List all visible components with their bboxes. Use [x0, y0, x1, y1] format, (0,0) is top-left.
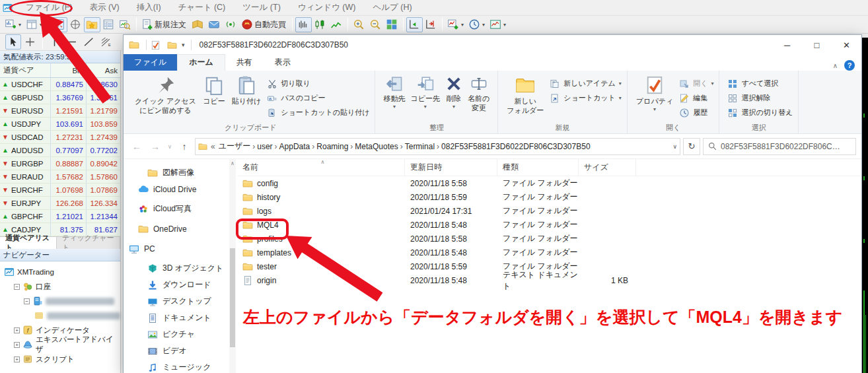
candle-chart-button[interactable]: [312, 17, 328, 32]
dropdown-chevron-icon[interactable]: ▾: [424, 104, 427, 110]
sidebar-item-ダウンロード[interactable]: ダウンロード: [124, 277, 229, 293]
trendline-tool-button[interactable]: [81, 34, 97, 50]
profiles-button[interactable]: ▾: [24, 17, 45, 32]
sidebar-item-図解画像[interactable]: 図解画像: [124, 164, 229, 181]
ribbon-tab-0[interactable]: ファイル: [124, 54, 177, 71]
search-input[interactable]: 082F53F5881F3D6022DF806C…: [703, 138, 856, 155]
dropdown-chevron-icon[interactable]: ▾: [452, 104, 455, 110]
collapse-expander-icon[interactable]: −: [14, 284, 20, 290]
dropdown-chevron-icon[interactable]: ▾: [482, 22, 486, 28]
new-folder-button[interactable]: 新しいフォルダー: [503, 73, 547, 116]
chart-new-button[interactable]: ▾: [3, 17, 24, 32]
help-icon[interactable]: ?: [844, 60, 855, 71]
properties-button[interactable]: プロパティ▾: [633, 73, 676, 114]
move-to-button[interactable]: 移動先▾: [380, 73, 408, 111]
hline-tool-button[interactable]: [64, 34, 80, 50]
market-watch-row-AUDUSD[interactable]: ▲AUDUSD0.770970.77202: [0, 144, 120, 157]
paste-button[interactable]: 貼り付け: [229, 73, 265, 107]
breadcrumb-separator-icon[interactable]: ›: [250, 142, 257, 151]
rename-button[interactable]: 名前の変更: [465, 73, 492, 114]
select-all-button[interactable]: すべて選択: [727, 77, 793, 90]
copy-button[interactable]: コピー: [199, 73, 229, 107]
copy-to-button[interactable]: コピー先▾: [408, 73, 443, 111]
zoom-in-button[interactable]: [351, 17, 367, 32]
file-row-origin[interactable]: origin2020/11/18 5:48テキスト ドキュメント1 KB: [237, 273, 861, 287]
menu-item-3[interactable]: チャート (C): [170, 0, 235, 16]
dropdown-chevron-icon[interactable]: ▾: [653, 106, 656, 113]
auto-scroll-button[interactable]: [406, 17, 423, 32]
breadcrumb-separator-icon[interactable]: ›: [348, 142, 355, 151]
file-row-templates[interactable]: templates2020/11/18 5:48ファイル フォルダー: [237, 246, 861, 259]
breadcrumb-separator-icon[interactable]: ›: [398, 142, 405, 151]
back-button[interactable]: ←: [129, 139, 145, 154]
market-watch-row-GBPCHF[interactable]: ▲GBPCHF1.210211.21344: [0, 210, 120, 223]
maximize-button[interactable]: □: [802, 35, 832, 55]
expand-expander-icon[interactable]: +: [14, 356, 20, 362]
templates-button[interactable]: ▾: [488, 17, 509, 32]
line-chart-button[interactable]: [328, 17, 345, 32]
breadcrumb-separator-icon[interactable]: ›: [435, 142, 441, 151]
navigator-item-hidden-3[interactable]: [0, 308, 120, 323]
autotrading-button[interactable]: 自動売買: [239, 17, 289, 32]
dropdown-chevron-icon[interactable]: ▾: [503, 22, 507, 28]
navigator-item-XMTrading[interactable]: XMTrading: [0, 265, 120, 279]
market-watch-col-2[interactable]: Ask: [86, 63, 120, 77]
sidebar-item-ビデオ[interactable]: ビデオ: [124, 343, 229, 359]
navigator-item-hidden-2[interactable]: −: [0, 294, 120, 308]
data-window-button[interactable]: [100, 17, 117, 32]
market-watch-tab-1[interactable]: ティックチャート: [57, 237, 120, 249]
minimize-button[interactable]: ─: [772, 35, 802, 55]
menu-item-6[interactable]: ヘルプ (H): [364, 0, 420, 16]
breadcrumb-segment-1[interactable]: user: [257, 142, 272, 151]
sidebar-item-ピクチャ[interactable]: ピクチャ: [124, 326, 229, 343]
market-watch-row-EURJPY[interactable]: ▼EURJPY126.268126.334: [0, 197, 120, 210]
refresh-button[interactable]: ↻: [683, 138, 700, 155]
new-shortcut-button[interactable]: ショートカット▾: [550, 92, 622, 104]
file-row-logs[interactable]: logs2021/01/24 17:31ファイル フォルダー: [237, 204, 861, 218]
edit-button[interactable]: 編集: [679, 92, 713, 104]
menu-item-4[interactable]: ツール (T): [234, 0, 289, 16]
dropdown-chevron-icon[interactable]: ▾: [460, 22, 464, 28]
new-order-button[interactable]: 新規注文: [139, 17, 190, 32]
delete-button[interactable]: 削除▾: [443, 73, 465, 111]
crosshair-tool-button[interactable]: [67, 17, 84, 32]
ribbon-tab-2[interactable]: 共有: [225, 55, 264, 71]
file-list-column-3[interactable]: サイズ: [579, 159, 636, 176]
explorer-titlebar[interactable]: ▾ 082F53F5881F3D6022DF806C3D307B50 ─ □ ✕: [124, 35, 861, 55]
market-watch-row-GBPUSD[interactable]: ▲GBPUSD1.367691.36961: [0, 91, 120, 104]
sidebar-item-iCloud Drive[interactable]: iCloud Drive: [124, 181, 229, 197]
dropdown-chevron-icon[interactable]: ▾: [711, 81, 713, 86]
scrollbar-thumb[interactable]: [230, 248, 235, 347]
address-dropdown-chevron[interactable]: ∨: [672, 143, 677, 150]
market-watch-col-0[interactable]: 通貨ペア: [0, 65, 50, 75]
dropdown-chevron-icon[interactable]: ▾: [39, 22, 43, 28]
breadcrumb[interactable]: « ユーザー›user›AppData›Roaming›MetaQuotes›T…: [195, 138, 680, 155]
sidebar-scrollbar[interactable]: ∧: [229, 159, 236, 373]
market-watch-button[interactable]: [51, 17, 67, 32]
sidebar-item-OneDrive[interactable]: OneDrive: [124, 220, 229, 237]
breadcrumb-segment-6[interactable]: 082F53F5881F3D6022DF806C3D307B50: [441, 142, 591, 151]
crosshair-lines-tool-button[interactable]: [22, 34, 38, 50]
dropdown-chevron-icon[interactable]: ▾: [619, 81, 622, 86]
market-watch-row-EURGBP[interactable]: ▼EURGBP0.888870.89042: [0, 157, 120, 170]
file-row-history[interactable]: history2020/11/18 5:59ファイル フォルダー: [237, 190, 861, 204]
chart-shift-button[interactable]: [423, 17, 439, 32]
collapse-expander-icon[interactable]: −: [24, 298, 30, 304]
breadcrumb-separator-icon[interactable]: ›: [273, 142, 279, 151]
ribbon-collapse-icon[interactable]: ∧: [833, 62, 838, 69]
market-watch-row-USDCAD[interactable]: ▼USDCAD1.272311.27439: [0, 131, 120, 144]
breadcrumb-separator-icon[interactable]: ›: [310, 142, 316, 151]
news-button[interactable]: [190, 17, 206, 32]
quick-access-newfolder-icon[interactable]: [167, 40, 177, 50]
market-watch-col-1[interactable]: Bid: [50, 63, 86, 77]
breadcrumb-segment-2[interactable]: AppData: [279, 142, 310, 151]
expand-expander-icon[interactable]: +: [14, 327, 20, 333]
close-button[interactable]: ✕: [832, 35, 861, 55]
open-button[interactable]: 開く▾: [679, 77, 713, 90]
navigator-item-口座[interactable]: −口座: [0, 279, 120, 294]
breadcrumb-segment-0[interactable]: ユーザー: [219, 141, 251, 152]
file-list-column-1[interactable]: 更新日時: [405, 159, 497, 176]
dropdown-chevron-icon[interactable]: ▾: [393, 104, 396, 110]
expand-expander-icon[interactable]: +: [14, 342, 20, 348]
market-watch-row-USDJPY[interactable]: ▲USDJPY103.691103.859: [0, 118, 120, 131]
